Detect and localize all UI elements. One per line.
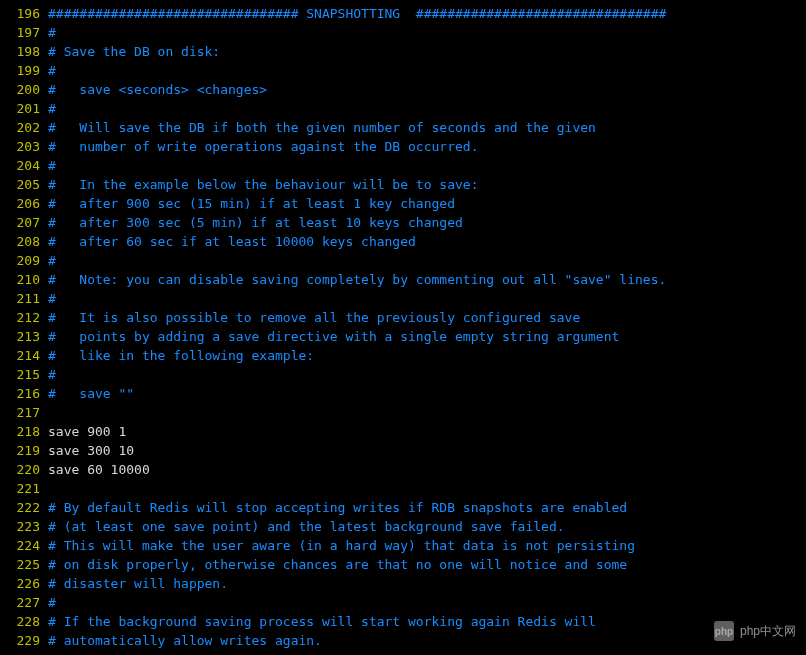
line-number: 222 xyxy=(0,498,48,517)
line-text: # after 60 sec if at least 10000 keys ch… xyxy=(48,232,806,251)
line-number: 215 xyxy=(0,365,48,384)
line-number: 226 xyxy=(0,574,48,593)
line-number: 214 xyxy=(0,346,48,365)
code-line: 201# xyxy=(0,99,806,118)
line-number: 203 xyxy=(0,137,48,156)
line-text: # xyxy=(48,61,806,80)
code-line: 203# number of write operations against … xyxy=(0,137,806,156)
code-line: 226# disaster will happen. xyxy=(0,574,806,593)
line-number: 216 xyxy=(0,384,48,403)
line-text: # Save the DB on disk: xyxy=(48,42,806,61)
line-number: 228 xyxy=(0,612,48,631)
line-text: # after 300 sec (5 min) if at least 10 k… xyxy=(48,213,806,232)
code-line: 197# xyxy=(0,23,806,42)
code-line: 227# xyxy=(0,593,806,612)
line-number: 201 xyxy=(0,99,48,118)
code-line: 199# xyxy=(0,61,806,80)
line-text: # like in the following example: xyxy=(48,346,806,365)
code-line: 210# Note: you can disable saving comple… xyxy=(0,270,806,289)
line-text xyxy=(48,403,806,422)
line-text: # save "" xyxy=(48,384,806,403)
code-line: 225# on disk properly, otherwise chances… xyxy=(0,555,806,574)
code-line: 216# save "" xyxy=(0,384,806,403)
code-line: 221 xyxy=(0,479,806,498)
line-number: 218 xyxy=(0,422,48,441)
code-line: 219save 300 10 xyxy=(0,441,806,460)
line-number: 199 xyxy=(0,61,48,80)
code-line: 220save 60 10000 xyxy=(0,460,806,479)
line-text: # points by adding a save directive with… xyxy=(48,327,806,346)
line-text: # xyxy=(48,289,806,308)
code-line: 228# If the background saving process wi… xyxy=(0,612,806,631)
code-line: 214# like in the following example: xyxy=(0,346,806,365)
line-number: 204 xyxy=(0,156,48,175)
code-line: 211# xyxy=(0,289,806,308)
line-number: 205 xyxy=(0,175,48,194)
line-number: 224 xyxy=(0,536,48,555)
line-number: 219 xyxy=(0,441,48,460)
code-editor: 196################################ SNAP… xyxy=(0,4,806,650)
line-number: 210 xyxy=(0,270,48,289)
line-text: # Note: you can disable saving completel… xyxy=(48,270,806,289)
line-number: 220 xyxy=(0,460,48,479)
code-line: 207# after 300 sec (5 min) if at least 1… xyxy=(0,213,806,232)
watermark: php php中文网 xyxy=(714,621,796,641)
line-text: # xyxy=(48,23,806,42)
line-text: save 300 10 xyxy=(48,441,806,460)
line-number: 225 xyxy=(0,555,48,574)
line-number: 209 xyxy=(0,251,48,270)
code-line: 198# Save the DB on disk: xyxy=(0,42,806,61)
code-line: 206# after 900 sec (15 min) if at least … xyxy=(0,194,806,213)
code-line: 200# save <seconds> <changes> xyxy=(0,80,806,99)
code-line: 212# It is also possible to remove all t… xyxy=(0,308,806,327)
line-number: 206 xyxy=(0,194,48,213)
code-line: 208# after 60 sec if at least 10000 keys… xyxy=(0,232,806,251)
line-text: # If the background saving process will … xyxy=(48,612,806,631)
code-line: 223# (at least one save point) and the l… xyxy=(0,517,806,536)
line-text: save 60 10000 xyxy=(48,460,806,479)
line-text: # on disk properly, otherwise chances ar… xyxy=(48,555,806,574)
line-text xyxy=(48,479,806,498)
line-text: # In the example below the behaviour wil… xyxy=(48,175,806,194)
watermark-logo: php xyxy=(714,621,734,641)
line-text: # xyxy=(48,365,806,384)
line-number: 212 xyxy=(0,308,48,327)
watermark-text: php中文网 xyxy=(740,622,796,641)
line-number: 207 xyxy=(0,213,48,232)
code-line: 215# xyxy=(0,365,806,384)
code-line: 196################################ SNAP… xyxy=(0,4,806,23)
line-number: 217 xyxy=(0,403,48,422)
line-text: # (at least one save point) and the late… xyxy=(48,517,806,536)
line-number: 213 xyxy=(0,327,48,346)
code-line: 218save 900 1 xyxy=(0,422,806,441)
line-number: 197 xyxy=(0,23,48,42)
line-text: # By default Redis will stop accepting w… xyxy=(48,498,806,517)
line-text: # It is also possible to remove all the … xyxy=(48,308,806,327)
line-number: 200 xyxy=(0,80,48,99)
line-number: 198 xyxy=(0,42,48,61)
line-text: # This will make the user aware (in a ha… xyxy=(48,536,806,555)
line-text: # number of write operations against the… xyxy=(48,137,806,156)
line-text: ################################ SNAPSHO… xyxy=(48,4,806,23)
code-line: 209# xyxy=(0,251,806,270)
code-line: 229# automatically allow writes again. xyxy=(0,631,806,650)
line-text: # after 900 sec (15 min) if at least 1 k… xyxy=(48,194,806,213)
code-line: 202# Will save the DB if both the given … xyxy=(0,118,806,137)
line-number: 223 xyxy=(0,517,48,536)
code-line: 204# xyxy=(0,156,806,175)
line-number: 208 xyxy=(0,232,48,251)
line-text: # xyxy=(48,251,806,270)
line-number: 202 xyxy=(0,118,48,137)
line-text: # save <seconds> <changes> xyxy=(48,80,806,99)
code-line: 213# points by adding a save directive w… xyxy=(0,327,806,346)
line-text: # disaster will happen. xyxy=(48,574,806,593)
line-text: # xyxy=(48,593,806,612)
line-number: 229 xyxy=(0,631,48,650)
line-number: 211 xyxy=(0,289,48,308)
line-text: # automatically allow writes again. xyxy=(48,631,806,650)
line-text: # Will save the DB if both the given num… xyxy=(48,118,806,137)
line-number: 221 xyxy=(0,479,48,498)
code-line: 205# In the example below the behaviour … xyxy=(0,175,806,194)
code-line: 217 xyxy=(0,403,806,422)
line-number: 196 xyxy=(0,4,48,23)
